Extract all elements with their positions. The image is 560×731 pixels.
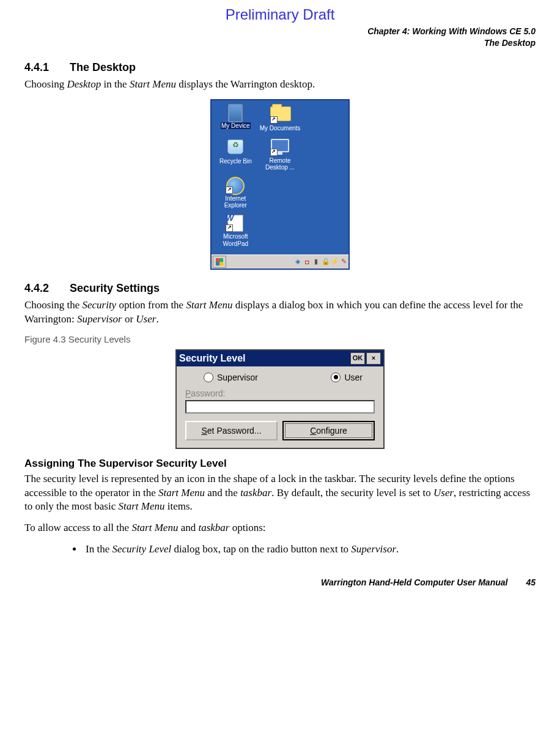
- ok-button[interactable]: OK: [350, 352, 365, 365]
- section-number: 4.4.2: [24, 282, 67, 295]
- warrington-desktop-screenshot: My Device ↗ My Documents Recycle Bin ↗ R…: [210, 99, 350, 270]
- subsection-heading: Assigning The Supervisor Security Level: [24, 458, 536, 470]
- header-section: The Desktop: [24, 37, 536, 49]
- header-chapter: Chapter 4: Working With Windows CE 5.0: [24, 26, 536, 37]
- system-tray[interactable]: ◈ ◘ ▮ 🔒 ⚡ ✎: [294, 258, 347, 265]
- desktop-icon-internet-explorer[interactable]: ↗ Internet Explorer: [215, 177, 256, 209]
- tray-plug-icon[interactable]: ⚡: [331, 258, 338, 265]
- section-number: 4.4.1: [24, 61, 67, 74]
- tray-lock-icon[interactable]: 🔒: [322, 258, 329, 265]
- security-level-dialog: Security Level OK × Supervisor User: [175, 349, 385, 449]
- tray-pen-icon[interactable]: ✎: [340, 258, 347, 265]
- bullet-list: In the Security Level dialog box, tap on…: [67, 543, 536, 557]
- footer-title: Warrington Hand-Held Computer User Manua…: [321, 577, 507, 587]
- radio-supervisor[interactable]: Supervisor: [204, 373, 258, 382]
- sub-para2: To allow access to all the Start Menu an…: [24, 521, 536, 535]
- sec2-para1: Choosing the Security option from the St…: [24, 299, 536, 327]
- tray-network-icon[interactable]: ◈: [294, 258, 301, 265]
- windows-flag-icon: [216, 258, 223, 265]
- sub-para1: The security level is represented by an …: [24, 472, 536, 514]
- page-header: Chapter 4: Working With Windows CE 5.0 T…: [24, 26, 536, 49]
- desktop-icon-remote-desktop[interactable]: ↗ Remote Desktop ...: [259, 138, 301, 171]
- password-input[interactable]: [185, 400, 375, 414]
- footer-page-number: 45: [526, 577, 536, 587]
- close-button[interactable]: ×: [366, 352, 381, 365]
- desktop-icon-my-device[interactable]: My Device: [215, 104, 256, 130]
- desktop-icon-my-documents[interactable]: ↗ My Documents: [259, 104, 301, 132]
- start-button[interactable]: [213, 256, 226, 268]
- radio-icon: [331, 373, 341, 382]
- section-4-4-1: 4.4.1 The Desktop: [24, 61, 536, 74]
- taskbar[interactable]: ◈ ◘ ▮ 🔒 ⚡ ✎: [212, 254, 348, 269]
- tray-card-icon[interactable]: ▮: [312, 258, 320, 265]
- set-password-button[interactable]: Set Password...: [185, 421, 278, 440]
- desktop-icon-wordpad[interactable]: ↗ Microsoft WordPad: [215, 215, 256, 247]
- figure-caption: Figure 4.3 Security Levels: [24, 334, 536, 344]
- section-4-4-2: 4.4.2 Security Settings: [24, 282, 536, 295]
- page-footer: Warrington Hand-Held Computer User Manua…: [24, 569, 536, 587]
- section-title: The Desktop: [70, 61, 136, 74]
- radio-icon: [204, 373, 213, 382]
- radio-label: Supervisor: [217, 373, 258, 382]
- tray-status-icon[interactable]: ◘: [303, 258, 311, 265]
- radio-label: User: [344, 373, 363, 382]
- dialog-title-text: Security Level: [179, 353, 246, 364]
- section-title: Security Settings: [70, 282, 160, 295]
- password-label: Password:: [185, 388, 375, 398]
- sec1-para1: Choosing Desktop in the Start Menu displ…: [24, 78, 536, 92]
- radio-user[interactable]: User: [331, 373, 363, 382]
- list-item: In the Security Level dialog box, tap on…: [83, 543, 536, 557]
- dialog-titlebar[interactable]: Security Level OK ×: [177, 351, 383, 366]
- desktop-icon-recycle-bin[interactable]: Recycle Bin: [215, 138, 256, 165]
- configure-button[interactable]: Configure: [282, 421, 375, 440]
- preliminary-draft-watermark: Preliminary Draft: [24, 6, 536, 23]
